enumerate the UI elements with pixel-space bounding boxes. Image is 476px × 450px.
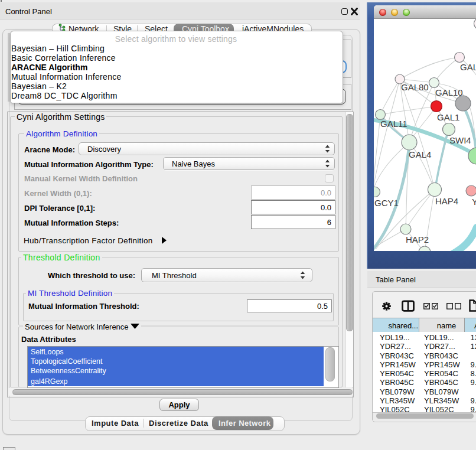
svg-text:SWI4: SWI4	[449, 135, 471, 145]
svg-text:HAP2: HAP2	[406, 234, 429, 244]
svg-text:GAL80: GAL80	[401, 82, 429, 92]
svg-text:GAL4: GAL4	[409, 149, 431, 159]
svg-text:GAL10: GAL10	[435, 87, 463, 97]
svg-text:GCY1: GCY1	[374, 198, 399, 208]
svg-text:HAP4: HAP4	[435, 196, 458, 206]
svg-text:GAL1: GAL1	[437, 112, 459, 122]
svg-text:YE: YE	[472, 197, 476, 207]
svg-text:GAL11: GAL11	[380, 119, 407, 129]
svg-text:GAL7: GAL7	[460, 62, 476, 72]
